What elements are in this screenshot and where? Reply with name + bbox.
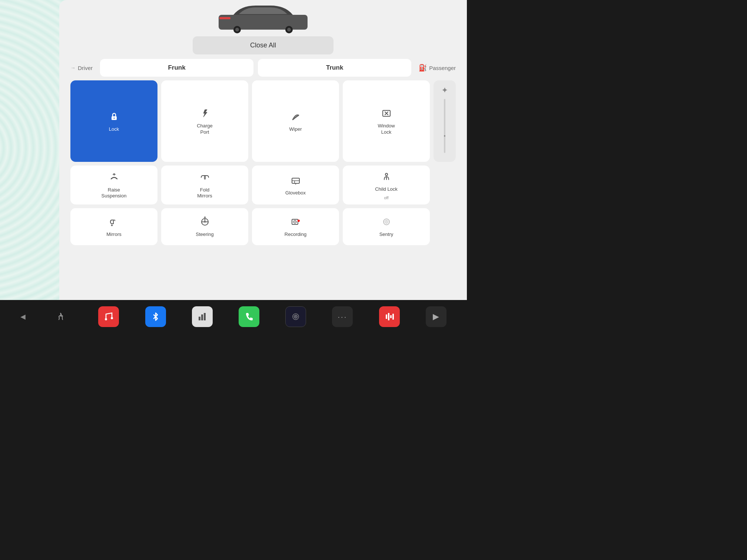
lock-icon [109,111,119,123]
child-lock-sublabel: off [384,196,388,200]
svg-point-21 [105,318,107,320]
svg-point-3 [235,28,239,31]
sentry-icon [381,217,392,229]
child-lock-label: Child Lock [375,186,398,193]
svg-rect-23 [199,317,200,320]
svg-rect-29 [386,314,387,319]
driver-label: Driver [78,65,93,71]
lock-button[interactable]: Lock [70,80,157,162]
svg-rect-24 [201,314,203,320]
wiper-label: Wiper [289,126,302,133]
camera-icon[interactable] [285,306,306,327]
child-lock-icon [381,171,392,183]
suspension-icon [109,172,119,184]
svg-point-5 [287,28,291,31]
brightness-track [444,99,445,153]
recording-icon [290,217,301,229]
charge-port-label: ChargePort [197,123,213,136]
car-section [59,0,467,33]
svg-rect-31 [390,315,392,318]
spacer [434,166,456,204]
taskbar-arrow-left[interactable]: ◀ [20,313,26,321]
svg-rect-1 [219,17,230,19]
raise-suspension-button[interactable]: RaiseSuspension [70,166,157,204]
child-lock-button[interactable]: Child Lock off [343,166,430,204]
svg-point-11 [385,173,388,176]
controls-row-3: Mirrors Steering [70,208,456,245]
glovebox-icon [290,175,301,187]
controls-section: Lock ChargePort [59,80,467,245]
lock-label: Lock [109,126,119,133]
close-all-section: Close All [59,36,467,54]
brightness-high-icon: ✦ [441,86,448,95]
svg-point-17 [298,220,300,222]
fuel-icon: ⛽ [419,64,427,72]
fold-mirrors-button[interactable]: FoldMirrors [161,166,248,204]
frunk-button[interactable]: Frunk [100,59,253,77]
bluetooth-icon[interactable] [145,306,166,327]
svg-rect-0 [219,15,308,30]
car-image [211,4,315,33]
close-all-button[interactable]: Close All [193,36,333,54]
spacer-2 [434,208,456,245]
charge-port-icon [200,108,210,120]
dots-icon[interactable]: ··· [332,306,353,327]
svg-point-16 [294,221,295,223]
sentry-label: Sentry [379,231,394,238]
frunk-trunk-row: Frunk Trunk [100,59,411,77]
wiper-button[interactable]: Wiper [252,80,339,162]
taskbar: ◀ ··· [0,300,467,333]
charge-port-button[interactable]: ChargePort [161,80,248,162]
window-lock-icon [381,108,392,120]
brightness-slider[interactable]: ✦ [434,80,456,162]
svg-point-7 [113,117,114,119]
wiper-icon [290,111,301,123]
heat-icon[interactable] [52,306,72,327]
glovebox-label: Glovebox [285,190,306,196]
music-icon[interactable] [98,306,119,327]
controls-row-1: Lock ChargePort [70,80,456,162]
svg-rect-30 [388,313,389,320]
fold-mirrors-label: FoldMirrors [197,187,212,200]
mirrors-label: Mirrors [106,231,121,238]
passenger-section: ⛽ Passenger [419,64,456,72]
steering-button[interactable]: Steering [161,208,248,245]
window-lock-label: WindowLock [378,123,395,136]
chart-icon[interactable] [192,306,213,327]
audio-icon[interactable] [379,306,400,327]
play-icon[interactable]: ▶ [426,306,446,327]
steering-icon [200,217,210,229]
steering-label: Steering [196,231,213,238]
mirrors-button[interactable]: Mirrors [70,208,157,245]
svg-rect-25 [204,313,206,320]
sentry-button[interactable]: Sentry [343,208,430,245]
fold-mirrors-icon [200,172,210,184]
svg-point-22 [111,317,113,319]
passenger-label: Passenger [429,65,456,71]
driver-arrow-icon: → [70,65,76,71]
driver-section: → Driver [70,65,93,71]
glovebox-button[interactable]: Glovebox [252,166,339,204]
main-panel: Close All → Driver Frunk Trunk ⛽ Passeng… [59,0,467,333]
controls-row-2: RaiseSuspension FoldMirrors [70,166,456,204]
recording-label: Recording [285,231,306,238]
svg-rect-32 [392,314,394,320]
svg-point-20 [386,221,387,223]
mirrors-icon [109,217,119,229]
recording-button[interactable]: Recording [252,208,339,245]
trunk-button[interactable]: Trunk [258,59,411,77]
window-lock-button[interactable]: WindowLock [343,80,430,162]
brightness-handle [444,135,445,137]
door-labels-row: → Driver Frunk Trunk ⛽ Passenger [59,59,467,80]
raise-suspension-label: RaiseSuspension [102,187,127,200]
phone-icon[interactable] [239,306,259,327]
svg-point-28 [295,316,296,317]
